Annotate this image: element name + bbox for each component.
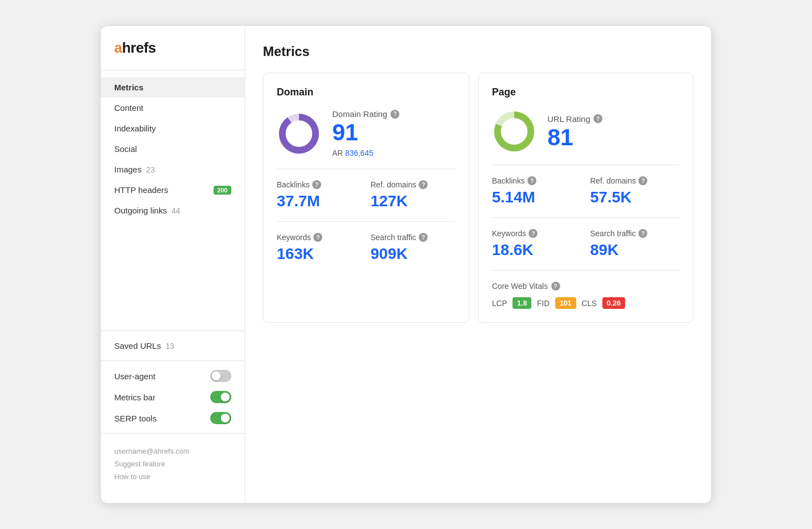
- domain-stat-backlinks: Backlinks ? 37.7M: [277, 180, 362, 210]
- page-section: Page URL Rating ? 81: [478, 73, 693, 323]
- metrics-grid: Domain Domain Rating ?: [263, 73, 693, 323]
- user-agent-toggle-row: User-agent: [101, 365, 245, 386]
- logo-a: a: [114, 39, 122, 56]
- page-stat-backlinks: Backlinks ? 5.14M: [492, 176, 581, 206]
- domain-rating-value: 91: [332, 121, 399, 144]
- page-rating-label: URL Rating ?: [547, 114, 602, 124]
- domain-ref-domains-help-icon[interactable]: ?: [419, 180, 428, 189]
- page-search-traffic-label: Search traffic ?: [590, 229, 679, 238]
- outgoing-links-count: 44: [171, 206, 180, 215]
- domain-ar-row: AR 836,645: [332, 149, 399, 157]
- page-divider-2: [492, 217, 679, 218]
- metrics-bar-toggle-knob: [221, 393, 230, 401]
- svg-point-5: [503, 120, 525, 143]
- page-backlinks-help-icon[interactable]: ?: [527, 176, 536, 185]
- page-search-traffic-help-icon[interactable]: ?: [638, 229, 647, 238]
- logo-hrefs: hrefs: [122, 39, 156, 56]
- how-to-use-link[interactable]: How to use: [114, 472, 231, 481]
- metrics-bar-toggle[interactable]: [210, 391, 231, 403]
- domain-stats-grid: Backlinks ? 37.7M Ref. domains ? 127K: [277, 180, 455, 210]
- page-stat-ref-domains: Ref. domains ? 57.5K: [590, 176, 679, 206]
- cwv-lcp-badge: 1.8: [512, 297, 531, 309]
- images-count: 23: [146, 165, 155, 174]
- saved-urls-label: Saved URLs 13: [114, 341, 174, 350]
- ar-label: AR: [332, 149, 343, 157]
- domain-keywords-label: Keywords ?: [277, 233, 362, 242]
- sidebar-item-social[interactable]: Social: [101, 139, 245, 159]
- serp-tools-toggle-knob: [221, 414, 230, 423]
- saved-urls-count: 13: [165, 342, 174, 350]
- cwv-help-icon[interactable]: ?: [551, 282, 560, 291]
- sidebar-item-label: Content: [114, 103, 144, 113]
- cwv-badges: LCP 1.8 FID 101 CLS 0.26: [492, 297, 679, 309]
- page-section-title: Page: [492, 87, 679, 98]
- domain-stat-ref-domains: Ref. domains ? 127K: [371, 180, 455, 210]
- page-rating-row: URL Rating ? 81: [492, 109, 679, 154]
- sidebar-item-label: Indexability: [114, 124, 156, 133]
- domain-divider-2: [277, 221, 455, 222]
- page-rating-info: URL Rating ? 81: [547, 114, 602, 149]
- domain-divider-1: [277, 169, 455, 169]
- page-divider-1: [492, 165, 679, 165]
- domain-backlinks-help-icon[interactable]: ?: [312, 180, 321, 189]
- cwv-cls-badge: 0.26: [602, 297, 625, 309]
- suggest-feature-link[interactable]: Suggest feature: [114, 460, 231, 468]
- page-backlinks-value: 5.14M: [492, 189, 581, 206]
- sidebar-item-label: Images 23: [114, 165, 155, 174]
- sidebar-item-indexability[interactable]: Indexability: [101, 118, 245, 139]
- domain-keywords-help-icon[interactable]: ?: [313, 233, 322, 242]
- user-agent-toggle[interactable]: [210, 370, 231, 382]
- domain-stat-search-traffic: Search traffic ? 909K: [371, 233, 455, 263]
- sidebar-item-metrics[interactable]: Metrics: [101, 77, 245, 98]
- sidebar-item-images[interactable]: Images 23: [101, 159, 245, 180]
- page-ref-domains-label: Ref. domains ?: [590, 176, 679, 185]
- sidebar-item-saved-urls[interactable]: Saved URLs 13: [101, 335, 245, 356]
- page-stat-keywords: Keywords ? 18.6K: [492, 229, 581, 259]
- cwv-fid-badge: 101: [555, 297, 576, 309]
- page-stats-grid: Backlinks ? 5.14M Ref. domains ? 57.5K: [492, 176, 679, 206]
- domain-backlinks-label: Backlinks ?: [277, 180, 362, 189]
- sidebar-item-outgoing-links[interactable]: Outgoing links 44: [101, 200, 245, 221]
- user-agent-toggle-knob: [212, 372, 221, 380]
- domain-stats-grid-2: Keywords ? 163K Search traffic ? 909K: [277, 233, 455, 263]
- sidebar-section-divider-2: [101, 360, 245, 361]
- serp-tools-toggle-row: SERP tools: [101, 408, 245, 429]
- sidebar-item-label: Social: [114, 144, 137, 154]
- logo: ahrefs: [101, 39, 245, 70]
- page-ref-domains-help-icon[interactable]: ?: [638, 176, 647, 185]
- sidebar-footer-divider: [101, 433, 245, 434]
- user-email[interactable]: username@ahrefs.com: [114, 447, 231, 455]
- domain-section-title: Domain: [277, 87, 455, 98]
- domain-keywords-value: 163K: [277, 245, 362, 263]
- sidebar-item-http-headers[interactable]: HTTP headers 200: [101, 180, 245, 200]
- sidebar-item-label: Outgoing links 44: [114, 206, 180, 215]
- domain-stat-keywords: Keywords ? 163K: [277, 233, 362, 263]
- domain-rating-help-icon[interactable]: ?: [390, 110, 399, 119]
- domain-rating-label: Domain Rating ?: [332, 109, 399, 119]
- domain-search-traffic-value: 909K: [371, 245, 455, 263]
- sidebar-footer: username@ahrefs.com Suggest feature How …: [101, 438, 245, 490]
- cwv-cls-label: CLS: [582, 299, 597, 308]
- cwv-lcp-label: LCP: [492, 299, 507, 308]
- user-agent-label: User-agent: [114, 372, 155, 381]
- serp-tools-toggle[interactable]: [210, 412, 231, 424]
- sidebar-top-divider: [101, 70, 245, 70]
- domain-ref-domains-label: Ref. domains ?: [371, 180, 455, 189]
- sidebar-item-label: Metrics: [114, 83, 144, 92]
- page-title: Metrics: [263, 44, 693, 59]
- ar-value[interactable]: 836,645: [345, 149, 373, 157]
- domain-search-traffic-label: Search traffic ?: [371, 233, 455, 242]
- page-stat-search-traffic: Search traffic ? 89K: [590, 229, 679, 259]
- page-search-traffic-value: 89K: [590, 241, 679, 259]
- page-keywords-help-icon[interactable]: ?: [529, 229, 537, 238]
- page-rating-help-icon[interactable]: ?: [593, 114, 602, 123]
- metrics-bar-label: Metrics bar: [114, 393, 155, 402]
- sidebar-item-content[interactable]: Content: [101, 98, 245, 118]
- domain-rating-row: Domain Rating ? 91 AR 836,645: [277, 109, 455, 157]
- http-headers-badge: 200: [214, 186, 231, 195]
- domain-search-traffic-help-icon[interactable]: ?: [419, 233, 428, 242]
- cwv-title: Core Web Vitals ?: [492, 282, 679, 291]
- sidebar-section-divider-1: [101, 330, 245, 331]
- sidebar-nav: Metrics Content Indexability Social Imag…: [101, 77, 245, 326]
- serp-tools-label: SERP tools: [114, 414, 156, 423]
